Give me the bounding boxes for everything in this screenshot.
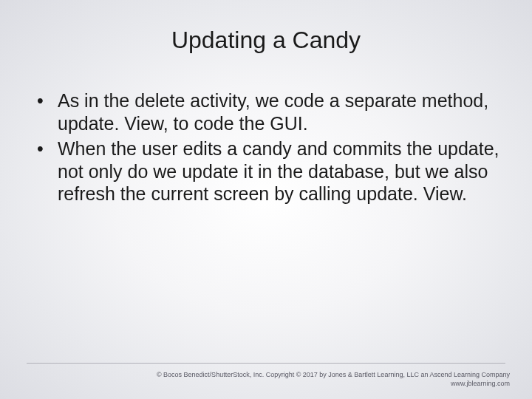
- footer: © Bocos Benedict/ShutterStock, Inc. Copy…: [157, 370, 510, 389]
- slide-title: Updating a Candy: [28, 27, 504, 54]
- footer-url: www.jblearning.com: [157, 379, 510, 389]
- bullet-list: As in the delete activity, we code a sep…: [33, 89, 504, 205]
- footer-copyright: © Bocos Benedict/ShutterStock, Inc. Copy…: [157, 370, 510, 380]
- divider-line: [27, 363, 505, 364]
- bullet-item: As in the delete activity, we code a sep…: [33, 89, 504, 134]
- slide-container: Updating a Candy As in the delete activi…: [0, 0, 532, 399]
- slide-content: As in the delete activity, we code a sep…: [28, 89, 504, 205]
- bullet-item: When the user edits a candy and commits …: [33, 137, 504, 205]
